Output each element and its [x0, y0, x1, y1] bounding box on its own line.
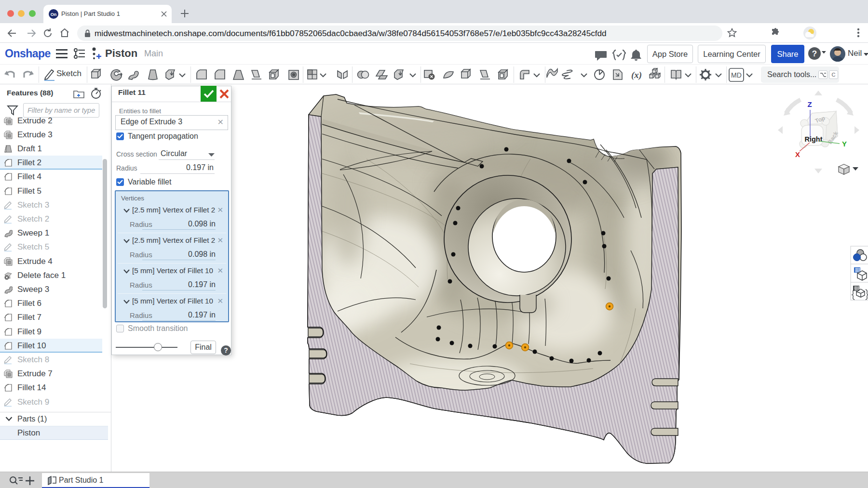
svg-text:Y: Y — [842, 140, 847, 148]
svg-text:MD: MD — [731, 71, 742, 79]
svg-text:Right: Right — [804, 135, 822, 143]
svg-text:Z: Z — [807, 100, 812, 108]
svg-text:On: On — [51, 12, 57, 17]
svg-text:(x): (x) — [631, 70, 642, 80]
svg-text:?: ? — [812, 49, 817, 58]
svg-text:X: X — [795, 150, 800, 158]
